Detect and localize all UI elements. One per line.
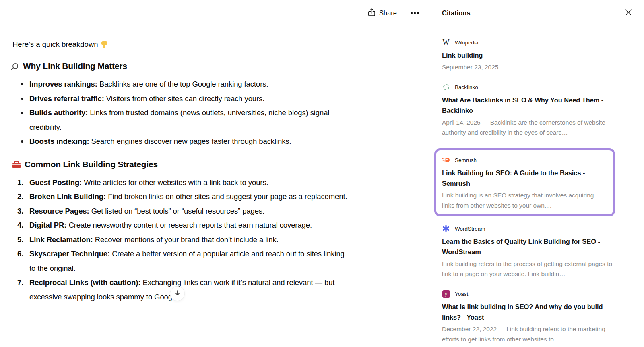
intro-text: Here’s a quick breakdown <box>12 38 98 50</box>
citation-snippet: December 22, 2022 — Link building refers… <box>442 324 620 344</box>
section-heading-text: Common Link Building Strategies <box>25 160 158 169</box>
list-item: Improves rankings: Backlinks are one of … <box>12 77 353 91</box>
citation-item-wikipedia[interactable]: W Wikipedia Link building September 23, … <box>442 38 620 72</box>
scroll-to-bottom-button[interactable] <box>170 286 185 301</box>
citation-item-yoast[interactable]: y Yoast What is link building in SEO? An… <box>442 290 620 344</box>
section-heading-strategies: Common Link Building Strategies <box>12 160 419 169</box>
citation-title: What Are Backlinks in SEO & Why You Need… <box>442 95 620 116</box>
citations-panel-title: Citations <box>442 9 471 17</box>
conversation-toolbar: Share <box>0 0 431 26</box>
section-heading-why-link-building: Why Link Building Matters <box>12 61 419 71</box>
panel-bottom-divider <box>442 341 621 341</box>
conversation-pane: Share Here’s a quick breakdown Why Link … <box>0 0 431 347</box>
benefits-list: Improves rankings: Backlinks are one of … <box>12 77 419 149</box>
close-citations-button[interactable] <box>621 6 635 20</box>
list-item: Link Reclamation: Recover mentions of yo… <box>12 233 353 247</box>
citation-source: Semrush <box>455 157 477 163</box>
citation-source: Yoast <box>455 291 468 297</box>
citation-item-semrush-highlighted[interactable]: Semrush Link Building for SEO: A Guide t… <box>434 148 615 216</box>
backlinko-icon <box>442 83 450 91</box>
citation-source: WordStream <box>455 226 485 232</box>
app-window: Share Here’s a quick breakdown Why Link … <box>0 0 644 347</box>
citation-snippet: Link building is an SEO strategy that in… <box>442 190 607 210</box>
wordstream-icon <box>442 224 450 233</box>
list-item: Resource Pages: Get listed on “best tool… <box>12 204 353 218</box>
citation-snippet: Link building refers to the process of g… <box>442 259 620 279</box>
list-item: Drives referral traffic: Visitors from o… <box>12 91 353 106</box>
share-button[interactable]: Share <box>368 8 397 18</box>
citation-snippet: April 14, 2025 — Backlinks are the corne… <box>442 117 620 137</box>
list-item: Boosts indexing: Search engines discover… <box>12 134 353 149</box>
pointing-down-emoji-icon <box>101 41 107 48</box>
list-item: Builds authority: Links from trusted dom… <box>12 106 353 134</box>
citation-source-row: Semrush <box>442 156 607 164</box>
citation-item-backlinko[interactable]: Backlinko What Are Backlinks in SEO & Wh… <box>442 83 620 137</box>
citation-title: Link building <box>442 50 620 60</box>
citation-source-row: Backlinko <box>442 83 620 91</box>
citation-title: Learn the Basics of Quality Link Buildin… <box>442 236 620 257</box>
list-item: Guest Posting: Write articles for other … <box>12 175 353 190</box>
list-item: Broken Link Building: Find broken links … <box>12 189 353 204</box>
wikipedia-icon: W <box>442 38 450 46</box>
semrush-icon <box>442 156 450 164</box>
citations-panel: Citations W Wikipedia Link building Sept… <box>431 0 644 347</box>
ellipsis-icon <box>414 12 416 14</box>
citations-list: W Wikipedia Link building September 23, … <box>431 26 644 344</box>
intro-line: Here’s a quick breakdown <box>12 38 419 50</box>
magnifying-glass-emoji-icon <box>12 63 18 69</box>
citations-header: Citations <box>431 0 644 26</box>
citation-title: Link Building for SEO: A Guide to the Ba… <box>442 168 607 189</box>
citation-source-row: y Yoast <box>442 290 620 298</box>
share-label: Share <box>379 9 397 17</box>
more-options-button[interactable] <box>407 6 422 20</box>
citation-snippet: September 23, 2025 <box>442 62 620 72</box>
strategies-list: Guest Posting: Write articles for other … <box>12 175 419 304</box>
citation-source-row: W Wikipedia <box>442 38 620 46</box>
toolbox-emoji-icon <box>12 163 21 168</box>
citation-source: Wikipedia <box>455 39 479 46</box>
close-icon <box>625 9 632 17</box>
yoast-icon: y <box>442 290 450 298</box>
citation-source: Backlinko <box>455 84 478 90</box>
section-heading-text: Why Link Building Matters <box>23 61 127 71</box>
list-item: Skyscraper Technique: Create a better ve… <box>12 247 353 275</box>
down-arrow-icon <box>174 289 181 298</box>
citation-item-wordstream[interactable]: WordStream Learn the Basics of Quality L… <box>442 224 620 279</box>
share-icon <box>368 8 376 18</box>
citation-title: What is link building in SEO? And why do… <box>442 301 620 322</box>
citation-source-row: WordStream <box>442 224 620 233</box>
list-item: Digital PR: Create newsworthy content or… <box>12 218 353 233</box>
answer-content: Here’s a quick breakdown Why Link Buildi… <box>0 26 431 304</box>
